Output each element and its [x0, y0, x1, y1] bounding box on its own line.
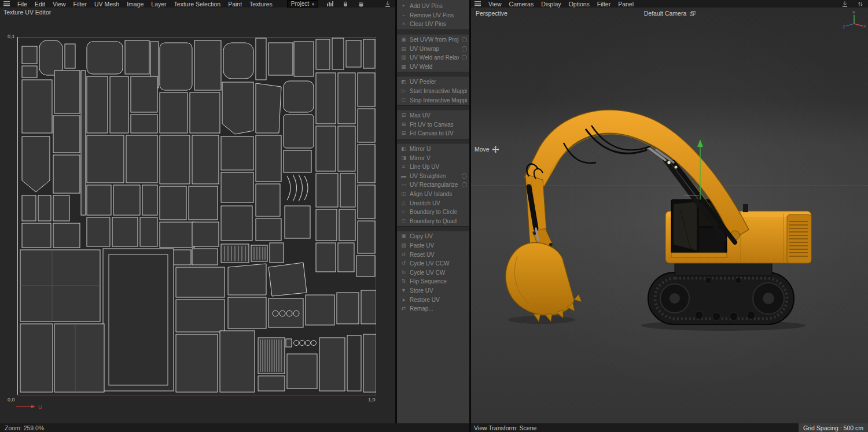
unwrap-icon: ▤ [400, 46, 407, 51]
command-set-uvw-from-projection[interactable]: ▣Set UVW from Projection [397, 35, 469, 45]
gear-icon[interactable] [462, 37, 467, 42]
command-mirror-v[interactable]: ◨Mirror V [397, 153, 469, 163]
orientation-axis-gizmo[interactable]: Y X Z [843, 9, 866, 31]
menu-filter[interactable]: Filter [73, 1, 87, 8]
menu-edit[interactable]: Edit [35, 1, 45, 8]
u-axis-indicator: U [16, 404, 53, 412]
fit-canvas-icon: ⊟ [400, 131, 407, 136]
command-label: Line Up UV [410, 164, 467, 170]
menu-view[interactable]: View [488, 1, 502, 8]
command-uv-peeler[interactable]: ◩UV Peeler [397, 77, 469, 87]
command-label: UV Peeler [410, 79, 467, 85]
command-label: UV Unwrap [410, 46, 459, 52]
command-flip-sequence[interactable]: ⇅Flip Sequence [397, 277, 469, 286]
swap-views-icon[interactable] [856, 1, 865, 7]
command-label: UV Rectangularize [410, 182, 459, 188]
command-paste-uv[interactable]: ▨Paste UV [397, 241, 469, 250]
command-clear-uv-pins[interactable]: ×Clear UV Pins [397, 20, 469, 29]
uv-map-canvas[interactable] [17, 37, 376, 396]
active-tool-label: Move [475, 146, 499, 153]
uv-corner-label-01: 0,1 [8, 34, 15, 39]
command-label: Restore UV [410, 297, 467, 303]
hamburger-icon[interactable] [3, 1, 10, 6]
viewport-panel: View Cameras Display Options Filter Pane… [471, 0, 868, 423]
command-cycle-uv-ccw[interactable]: ↺Cycle UV CCW [397, 259, 469, 268]
menu-panel[interactable]: Panel [618, 1, 634, 8]
gear-icon[interactable] [462, 173, 467, 179]
pan-hand-icon[interactable] [357, 1, 365, 7]
command-boundary-to-quad[interactable]: □Boundary to Quad [397, 216, 469, 226]
menu-layer[interactable]: Layer [151, 1, 166, 8]
command-line-up-uv[interactable]: ≡Line Up UV [397, 163, 469, 172]
menu-texture-selection[interactable]: Texture Selection [174, 1, 221, 8]
command-fit-canvas-to-uv[interactable]: ⊟Fit Canvas to UV [397, 129, 469, 138]
group-separator [397, 226, 469, 231]
command-max-uv[interactable]: ⊡Max UV [397, 111, 469, 120]
command-uv-straighten[interactable]: ▬UV Straighten [397, 172, 469, 181]
menu-file[interactable]: File [17, 1, 27, 8]
hamburger-icon[interactable] [475, 1, 481, 6]
command-mirror-u[interactable]: ◧Mirror U [397, 145, 469, 154]
dock-arrow-icon[interactable] [384, 1, 392, 7]
command-label: Paste UV [410, 242, 467, 249]
beacon-light [667, 161, 671, 164]
command-uv-weld-and-relax[interactable]: ▥UV Weld and Relax [397, 53, 469, 62]
command-stop-interactive-mapping[interactable]: □Stop Interactive Mapping [397, 95, 469, 105]
command-uv-rectangularize[interactable]: ▭UV Rectangularize [397, 180, 469, 190]
command-start-interactive-mapping[interactable]: ▷Start Interactive Mapping [397, 87, 469, 96]
zoom-level: Zoom: 259.0% [5, 424, 44, 431]
gear-icon[interactable] [462, 46, 467, 51]
gear-icon[interactable] [462, 182, 467, 187]
command-fit-uv-to-canvas[interactable]: ⊞Fit UV to Canvas [397, 120, 469, 130]
bucket [506, 243, 582, 322]
max-uv-icon: ⊡ [400, 113, 407, 118]
command-label: Align UV Islands [410, 191, 467, 197]
menu-paint[interactable]: Paint [228, 1, 242, 8]
command-label: Clear UV Pins [410, 21, 467, 27]
command-uv-weld[interactable]: ▦UV Weld [397, 62, 469, 72]
command-copy-uv[interactable]: ▣Copy UV [397, 232, 469, 241]
dock-arrow-icon[interactable] [841, 1, 849, 7]
command-label: Unstitch UV [410, 200, 467, 206]
lock-icon[interactable] [341, 1, 350, 7]
menu-view[interactable]: View [53, 1, 66, 8]
command-restore-uv[interactable]: ▲Restore UV [397, 295, 469, 304]
menu-filter[interactable]: Filter [597, 1, 610, 8]
command-align-uv-islands[interactable]: ◫Align UV Islands [397, 190, 469, 199]
command-remap[interactable]: ⇄Remap... [397, 304, 469, 313]
menu-image[interactable]: Image [127, 1, 144, 8]
view-transform-label: View Transform: Scene [474, 424, 536, 431]
command-label: UV Weld and Relax [410, 54, 459, 61]
remap-icon: ⇄ [400, 306, 407, 311]
menu-display[interactable]: Display [541, 1, 561, 8]
uv-islands [20, 38, 376, 392]
view-label[interactable]: Perspective [476, 10, 507, 17]
command-unstitch-uv[interactable]: △Unstitch UV [397, 198, 469, 208]
command-cycle-uv-cw[interactable]: ↻Cycle UV CW [397, 268, 469, 277]
gear-icon[interactable] [462, 55, 467, 60]
command-remove-uv-pins[interactable]: −Remove UV Pins [397, 11, 469, 20]
texture-uv-editor-panel: File Edit View Filter UV Mesh Image Laye… [0, 0, 395, 423]
menu-options[interactable]: Options [569, 1, 590, 8]
command-label: Fit Canvas to UV [410, 130, 467, 136]
move-tool-icon [492, 146, 499, 153]
project-dropdown[interactable]: Project [287, 0, 318, 8]
excavator-model[interactable] [471, 8, 868, 423]
rotate-ccw-icon: ↺ [400, 261, 407, 266]
menu-uv-mesh[interactable]: UV Mesh [94, 1, 119, 8]
command-uv-unwrap[interactable]: ▤UV Unwrap [397, 44, 469, 53]
command-add-uv-pins[interactable]: +Add UV Pins [397, 2, 469, 11]
command-store-uv[interactable]: ▼Store UV [397, 286, 469, 296]
command-reset-uv[interactable]: ↺Reset UV [397, 250, 469, 259]
group-separator [397, 139, 469, 144]
histogram-icon[interactable] [326, 1, 334, 7]
tracks [648, 272, 794, 324]
mirror-v-icon: ◨ [400, 156, 407, 161]
reset-icon: ↺ [400, 252, 407, 257]
bucket-shadow [508, 316, 575, 324]
perspective-viewport[interactable]: Perspective Default Camera Move Y X Z [471, 8, 868, 423]
menu-cameras[interactable]: Cameras [509, 1, 534, 8]
camera-label[interactable]: Default Camera [644, 10, 696, 17]
command-boundary-to-circle[interactable]: ○Boundary to Circle [397, 208, 469, 217]
menu-textures[interactable]: Textures [249, 1, 273, 8]
